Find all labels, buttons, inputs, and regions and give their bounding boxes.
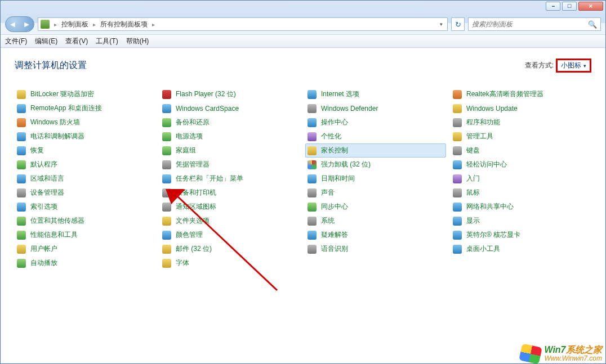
- control-panel-grid: BitLocker 驱动器加密Flash Player (32 位)Intern…: [15, 87, 591, 270]
- control-panel-item[interactable]: 入门: [451, 172, 591, 186]
- control-panel-item[interactable]: BitLocker 驱动器加密: [15, 87, 155, 101]
- control-panel-item[interactable]: 通知区域图标: [160, 200, 301, 214]
- control-panel-item[interactable]: 自动播放: [15, 256, 155, 270]
- control-panel-item-icon: [308, 90, 317, 99]
- control-panel-item-label: 索引选项: [30, 202, 57, 212]
- control-panel-item[interactable]: 备份和还原: [160, 115, 301, 129]
- control-panel-item-icon: [308, 231, 317, 240]
- menu-help[interactable]: 帮助(H): [126, 37, 149, 46]
- control-panel-item[interactable]: 声音: [305, 186, 446, 200]
- control-panel-item-icon: [162, 132, 171, 141]
- refresh-button[interactable]: ↻: [451, 17, 465, 31]
- control-panel-item[interactable]: 管理工具: [451, 129, 591, 143]
- control-panel-item[interactable]: Windows 防火墙: [15, 115, 155, 129]
- control-panel-item[interactable]: 轻松访问中心: [451, 158, 591, 172]
- control-panel-item[interactable]: 网络和共享中心: [451, 200, 591, 214]
- search-icon[interactable]: 🔍: [588, 20, 597, 29]
- minimize-button[interactable]: [546, 2, 560, 11]
- menu-view[interactable]: 查看(V): [65, 37, 88, 46]
- control-panel-item[interactable]: 同步中心: [305, 200, 446, 214]
- control-panel-item-label: 操作中心: [321, 118, 348, 127]
- control-panel-item[interactable]: 个性化: [305, 129, 446, 143]
- control-panel-item[interactable]: 用户帐户: [15, 242, 155, 256]
- control-panel-item-label: Internet 选项: [321, 89, 359, 99]
- control-panel-item[interactable]: 默认程序: [15, 158, 155, 172]
- control-panel-item-icon: [17, 104, 26, 113]
- control-panel-item-icon: [453, 217, 462, 226]
- control-panel-item-label: 家庭组: [176, 146, 196, 155]
- control-panel-item-label: 系统: [321, 216, 335, 226]
- menu-tools[interactable]: 工具(T): [96, 37, 118, 46]
- search-box[interactable]: 🔍: [468, 17, 601, 31]
- address-bar[interactable]: ▸ 控制面板 ▸ 所有控制面板项 ▸ ▾: [38, 17, 448, 31]
- control-panel-item[interactable]: 设备和打印机: [160, 186, 301, 200]
- close-button[interactable]: [578, 2, 603, 11]
- search-input[interactable]: [472, 20, 588, 28]
- control-panel-item[interactable]: 索引选项: [15, 200, 155, 214]
- control-panel-item[interactable]: 日期和时间: [305, 172, 446, 186]
- control-panel-item-label: Windows CardSpace: [176, 105, 239, 113]
- control-panel-item-icon: [453, 146, 462, 155]
- control-panel-item[interactable]: Windows CardSpace: [160, 101, 301, 115]
- forward-button[interactable]: ►: [20, 17, 34, 32]
- menu-edit[interactable]: 编辑(E): [35, 37, 57, 46]
- control-panel-item[interactable]: 家庭组: [160, 143, 301, 158]
- control-panel-item[interactable]: 性能信息和工具: [15, 228, 155, 242]
- control-panel-item[interactable]: Flash Player (32 位): [160, 87, 301, 101]
- control-panel-item[interactable]: RemoteApp 和桌面连接: [15, 101, 155, 115]
- control-panel-item[interactable]: 电源选项: [160, 129, 301, 143]
- address-dropdown[interactable]: ▾: [438, 21, 445, 27]
- breadcrumb-seg-2[interactable]: 所有控制面板项: [100, 20, 148, 29]
- watermark-brand: Win7: [544, 345, 565, 354]
- control-panel-item[interactable]: 电话和调制解调器: [15, 129, 155, 143]
- control-panel-item[interactable]: 疑难解答: [305, 228, 446, 242]
- control-panel-item[interactable]: 颜色管理: [160, 228, 301, 242]
- control-panel-item-icon: [308, 104, 317, 113]
- maximize-button[interactable]: [562, 2, 577, 11]
- control-panel-item[interactable]: 设备管理器: [15, 186, 155, 200]
- control-panel-item[interactable]: Windows Defender: [305, 101, 446, 115]
- control-panel-item[interactable]: 字体: [160, 256, 301, 270]
- control-panel-item[interactable]: 键盘: [451, 143, 591, 158]
- control-panel-item[interactable]: 语音识别: [305, 242, 446, 256]
- control-panel-item[interactable]: 恢复: [15, 143, 155, 158]
- control-panel-item-label: 邮件 (32 位): [176, 244, 212, 254]
- control-panel-item-label: 强力卸载 (32 位): [321, 160, 371, 169]
- nav-arrow-group: ◄ ►: [5, 16, 34, 32]
- control-panel-item[interactable]: Internet 选项: [305, 87, 446, 101]
- control-panel-item[interactable]: 任务栏和「开始」菜单: [160, 172, 301, 186]
- control-panel-item[interactable]: 英特尔® 核芯显卡: [451, 228, 591, 242]
- control-panel-item[interactable]: 邮件 (32 位): [160, 242, 301, 256]
- control-panel-item[interactable]: 程序和功能: [451, 115, 591, 129]
- breadcrumb-seg-1[interactable]: 控制面板: [61, 20, 88, 29]
- control-panel-item-icon: [17, 203, 26, 212]
- control-panel-item[interactable]: 强力卸载 (32 位): [305, 158, 446, 172]
- control-panel-item-label: 声音: [321, 188, 335, 197]
- control-panel-item[interactable]: 桌面小工具: [451, 242, 591, 256]
- control-panel-item-icon: [453, 231, 462, 240]
- control-panel-item-icon: [17, 259, 26, 268]
- control-panel-item[interactable]: 鼠标: [451, 186, 591, 200]
- control-panel-item[interactable]: Realtek高清晰音频管理器: [451, 87, 591, 101]
- window-frame: ◄ ► ▸ 控制面板 ▸ 所有控制面板项 ▸ ▾ ↻ 🔍 文件(F) 编辑(E)…: [0, 0, 606, 364]
- control-panel-item[interactable]: 文件夹选项: [160, 214, 301, 228]
- control-panel-item[interactable]: 显示: [451, 214, 591, 228]
- control-panel-item[interactable]: Windows Update: [451, 101, 591, 115]
- control-panel-item-label: 自动播放: [30, 258, 57, 268]
- control-panel-item-label: 备份和还原: [176, 118, 210, 127]
- control-panel-item[interactable]: 系统: [305, 214, 446, 228]
- control-panel-item-icon: [17, 231, 26, 240]
- back-button[interactable]: ◄: [6, 17, 20, 32]
- control-panel-item-icon: [17, 146, 26, 155]
- menu-file[interactable]: 文件(F): [5, 37, 27, 46]
- view-by-dropdown[interactable]: 小图标: [561, 61, 586, 70]
- control-panel-item-label: 通知区域图标: [176, 202, 216, 212]
- control-panel-item-label: 管理工具: [466, 132, 493, 141]
- control-panel-item[interactable]: 家长控制: [305, 143, 446, 158]
- control-panel-item[interactable]: 区域和语言: [15, 172, 155, 186]
- control-panel-item-icon: [308, 174, 317, 183]
- control-panel-item[interactable]: 操作中心: [305, 115, 446, 129]
- control-panel-item-icon: [17, 160, 26, 169]
- control-panel-item[interactable]: 凭据管理器: [160, 158, 301, 172]
- control-panel-item[interactable]: 位置和其他传感器: [15, 214, 155, 228]
